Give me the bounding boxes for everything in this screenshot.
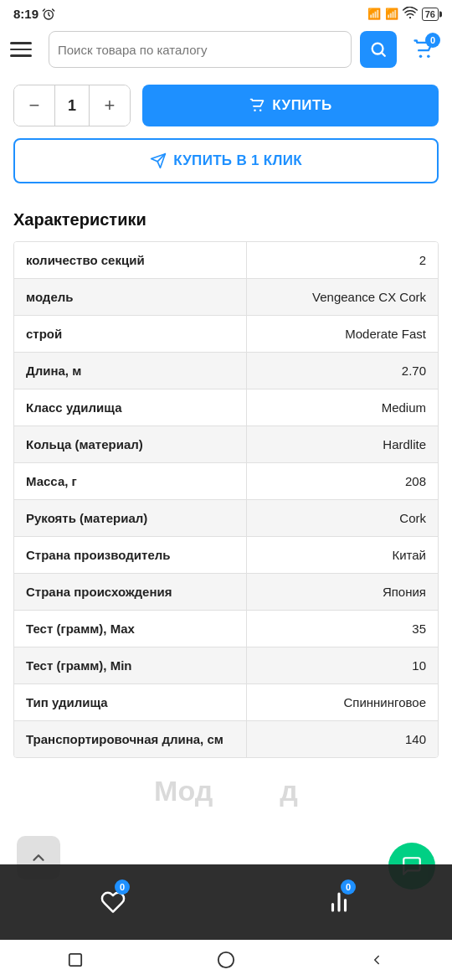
char-label: модель [14, 279, 247, 315]
cart-button[interactable]: 0 [405, 31, 442, 68]
status-time: 8:19 [13, 7, 55, 21]
table-row: Кольца (материал)Hardlite [14, 426, 438, 463]
char-label: Страна происхождения [14, 574, 247, 610]
send-icon [150, 152, 167, 169]
wifi-icon [403, 7, 418, 21]
char-label: Длина, м [14, 353, 247, 389]
quantity-increase-button[interactable]: + [90, 85, 130, 126]
search-button[interactable] [360, 31, 397, 68]
search-input[interactable] [58, 43, 342, 57]
table-row: Страна происхожденияЯпония [14, 574, 438, 611]
status-bar: 8:19 📶 📶 76 [0, 0, 452, 24]
cart-badge: 0 [425, 33, 440, 48]
signal-icon-2: 📶 [385, 8, 398, 20]
battery-icon: 76 [422, 8, 439, 21]
char-value: 2 [247, 242, 438, 278]
characteristics-table: количество секций2модельVengeance CX Cor… [13, 241, 439, 758]
menu-button[interactable] [10, 34, 40, 64]
cart-buy-icon [249, 97, 265, 114]
hamburger-line-1 [10, 42, 32, 44]
sys-nav-home-button[interactable] [208, 941, 244, 978]
table-row: Масса, г208 [14, 463, 438, 500]
table-row: Рукоять (материал)Cork [14, 500, 438, 537]
table-row: модельVengeance CX Cork [14, 279, 438, 316]
characteristics-section: Характеристики количество секций2модельV… [0, 197, 452, 758]
models-text-suffix: д [280, 775, 298, 807]
one-click-buy-button[interactable]: КУПИТЬ В 1 КЛИК [13, 138, 439, 183]
system-navigation [0, 940, 452, 980]
char-value: Китай [247, 537, 438, 573]
table-row: Тест (грамм), Max35 [14, 611, 438, 647]
char-label: Страна производитель [14, 537, 247, 573]
hamburger-line-3 [10, 54, 32, 57]
models-section: Мод д [0, 758, 452, 807]
stats-badge: 0 [341, 879, 356, 895]
home-circle-icon [217, 951, 235, 969]
char-value: Medium [247, 389, 438, 426]
table-row: Тип удилищаСпиннинговое [14, 684, 438, 721]
char-label: Класс удилища [14, 389, 247, 426]
quantity-control: − 1 + [13, 85, 131, 126]
table-row: стройModerate Fast [14, 316, 438, 353]
char-label: Тест (грамм), Min [14, 647, 247, 683]
signal-icon-1: 📶 [367, 8, 381, 20]
char-label: количество секций [14, 242, 247, 278]
header: 0 [0, 24, 452, 76]
models-text-prefix: Мод [154, 775, 213, 807]
char-label: Рукоять (материал) [14, 500, 247, 536]
sys-nav-back-button[interactable] [358, 941, 395, 978]
characteristics-title: Характеристики [13, 210, 439, 230]
back-icon [369, 952, 384, 967]
char-label: Тест (грамм), Max [14, 611, 247, 647]
char-label: Масса, г [14, 463, 247, 499]
table-row: Страна производительКитай [14, 537, 438, 574]
char-value: 208 [247, 463, 438, 499]
quantity-decrease-button[interactable]: − [14, 85, 54, 126]
buy-controls: − 1 + КУПИТЬ [0, 76, 452, 135]
svg-point-6 [259, 110, 262, 112]
table-row: Класс удилищаMedium [14, 389, 438, 426]
table-row: Транспортировочная длина, см140 [14, 721, 438, 757]
search-bar [49, 31, 352, 68]
char-value: Vengeance CX Cork [247, 279, 438, 315]
wishlist-badge: 0 [115, 879, 130, 895]
char-value: Cork [247, 500, 438, 536]
alarm-icon [42, 8, 55, 21]
search-icon [369, 40, 388, 59]
char-value: Япония [247, 574, 438, 610]
char-value: 140 [247, 721, 438, 757]
char-label: строй [14, 316, 247, 352]
char-value: Спиннинговое [247, 684, 438, 720]
svg-point-5 [254, 110, 257, 112]
char-value: Moderate Fast [247, 316, 438, 352]
svg-point-3 [419, 54, 423, 58]
char-label: Кольца (материал) [14, 426, 247, 462]
wishlist-nav-item[interactable]: 0 [0, 864, 226, 940]
hamburger-line-2 [10, 49, 32, 51]
status-icons: 📶 📶 76 [367, 7, 439, 21]
one-click-section: КУПИТЬ В 1 КЛИК [0, 135, 452, 197]
char-value: 10 [247, 647, 438, 683]
char-value: 2.70 [247, 353, 438, 389]
char-value: 35 [247, 611, 438, 647]
char-value: Hardlite [247, 426, 438, 462]
svg-point-4 [427, 54, 429, 58]
char-label: Транспортировочная длина, см [14, 721, 247, 757]
quantity-value: 1 [54, 85, 90, 126]
buy-button[interactable]: КУПИТЬ [142, 85, 439, 126]
square-icon [68, 952, 83, 967]
svg-point-11 [218, 952, 234, 967]
table-row: Тест (грамм), Min10 [14, 647, 438, 684]
char-label: Тип удилища [14, 684, 247, 720]
svg-point-1 [409, 17, 411, 18]
table-row: количество секций2 [14, 242, 438, 279]
stats-nav-item[interactable]: 0 [226, 864, 452, 940]
bottom-navigation: 0 0 [0, 864, 452, 940]
sys-nav-square-button[interactable] [57, 941, 94, 978]
table-row: Длина, м2.70 [14, 353, 438, 389]
svg-rect-10 [69, 954, 81, 966]
